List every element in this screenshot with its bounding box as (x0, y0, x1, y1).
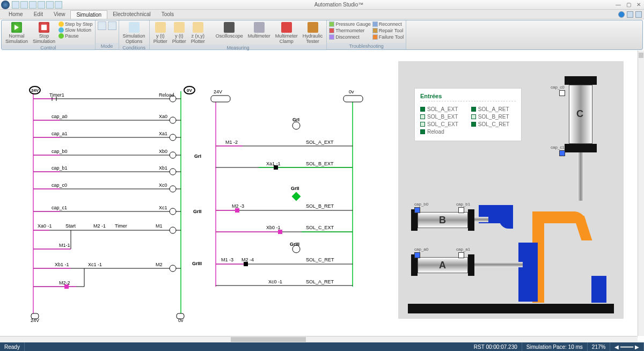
window-controls: — ▢ ✕ (616, 2, 644, 8)
lbl: GrI (292, 117, 299, 122)
sensor-icon (458, 207, 464, 213)
lbl: Xb0 (159, 149, 167, 154)
reconnect-button[interactable]: Reconnect (372, 21, 404, 27)
repair-tool-button[interactable]: Repair Tool (372, 28, 404, 33)
lbl: 0v (349, 89, 354, 94)
lbl: M1 -3 (221, 257, 233, 262)
failure-tool-button[interactable]: Failure Tool (372, 34, 404, 40)
lbl: Xa1 -1 (266, 161, 281, 166)
svg-rect-61 (211, 96, 230, 102)
mode-btn[interactable] (98, 21, 106, 30)
vertical-scrollbar[interactable] (638, 50, 644, 336)
slow-motion-button[interactable]: Slow Motion (58, 27, 93, 33)
qat-button[interactable] (12, 1, 19, 9)
lbl: 0v (178, 318, 184, 323)
lbl: cap_b0 (52, 149, 68, 154)
svg-point-35 (170, 227, 176, 233)
lbl: Xc1 (159, 205, 167, 210)
tab-edit[interactable]: Edit (28, 10, 48, 18)
group-label: Troubleshooting (327, 43, 406, 49)
tab-electrotechnical[interactable]: Electrotechnical (107, 10, 156, 18)
lbl: Xc0 -1 (268, 279, 282, 284)
lbl: Timer1 (49, 92, 64, 98)
close-button[interactable]: ✕ (636, 2, 641, 8)
oscilloscope-button[interactable]: Oscilloscope (214, 21, 245, 39)
app-logo-icon (1, 1, 10, 9)
rib-btn[interactable] (627, 11, 633, 18)
xy-plotter-button[interactable]: z (x,y) Plotter (189, 21, 207, 45)
ribbon-tab-strip: Home Edit View Simulation Electrotechnic… (0, 10, 644, 19)
lbl: cap_a1 (52, 131, 68, 136)
lbl: SOL_B_EXT (306, 161, 334, 166)
status-zoom[interactable]: 217% (588, 342, 611, 351)
stop-simulation-button[interactable]: Stop Simulation (31, 21, 57, 45)
lbl: M2 (156, 262, 163, 267)
step-by-step-button[interactable]: Step by Step (58, 21, 93, 27)
lbl: 24V (31, 318, 39, 323)
help-icon[interactable] (618, 11, 625, 18)
svg-point-30 (170, 134, 176, 141)
mode-btn[interactable] (108, 21, 116, 30)
sensor-label: cap_c0 (551, 85, 565, 90)
entry-row: Reload (420, 129, 458, 135)
lbl: Xb1 (159, 165, 167, 171)
svg-rect-58 (235, 208, 239, 213)
multimeter-clamp-button[interactable]: Multimeter Clamp (274, 21, 299, 45)
title-bar: Automation Studio™ — ▢ ✕ (0, 0, 644, 10)
svg-rect-62 (343, 96, 363, 102)
lbl: GrIII (290, 242, 299, 247)
rib-btn[interactable] (635, 11, 642, 18)
yt-plotter-button[interactable]: y (t) Plotter (152, 21, 169, 45)
entry-row: SOL_C_RET (471, 121, 509, 127)
schematic-canvas[interactable]: 24V 0V Timer1 Reload cap_a0 Xa0 cap_a1 X… (1, 50, 643, 336)
lbl: 24V (214, 89, 222, 94)
multimeter-button[interactable]: Multimeter (246, 21, 272, 39)
tab-simulation[interactable]: Simulation (70, 10, 107, 19)
ribbon-group-measuring: y (t) Plotter y (t) Plotter z (x,y) Plot… (150, 20, 327, 49)
fixture-blue (591, 276, 606, 303)
sensor-icon (559, 150, 565, 156)
sensor-label: cap_c1 (551, 145, 565, 150)
qat-button[interactable] (55, 1, 62, 9)
hydraulic-tester-button[interactable]: Hydraulic Tester (301, 21, 325, 45)
qat-button[interactable] (20, 1, 28, 9)
status-zoom-controls[interactable]: ◀ ━━━━ ▶ (610, 342, 644, 351)
quick-access-toolbar (12, 1, 62, 9)
base-plate (408, 304, 614, 313)
lbl: M2 -3 (232, 203, 244, 209)
simulation-options-button[interactable]: Simulation Options (121, 21, 147, 45)
pressure-gauge-button[interactable]: Pressure Gauge (329, 21, 371, 27)
svg-point-33 (170, 186, 176, 192)
entries-panel: Entrées SOL_A_EXT SOL_B_EXT SOL_C_EXT Re… (414, 88, 522, 141)
qat-button[interactable] (46, 1, 54, 9)
maximize-button[interactable]: ▢ (626, 2, 631, 8)
lbl: M1 -2 (225, 140, 238, 145)
minimize-button[interactable]: — (616, 2, 621, 8)
tab-view[interactable]: View (48, 10, 71, 18)
svg-point-34 (170, 208, 176, 215)
app-title: Automation Studio™ (62, 2, 616, 8)
tab-tools[interactable]: Tools (156, 10, 179, 18)
thermometer-button[interactable]: Thermometer (329, 28, 371, 33)
entries-title: Entrées (420, 93, 516, 101)
zt-plotter-button[interactable]: y (t) Plotter (171, 21, 188, 45)
fixture-blue (499, 205, 513, 229)
ribbon-group-mode: Mode (96, 20, 119, 49)
disconnect-button[interactable]: Disconnect (329, 34, 371, 40)
tab-home[interactable]: Home (3, 10, 28, 18)
sensor-label: cap_b1 (456, 202, 470, 207)
qat-button[interactable] (29, 1, 36, 9)
svg-point-54 (292, 122, 300, 129)
horizontal-scrollbar[interactable] (0, 336, 638, 342)
ribbon-group-conditions: Simulation Options Conditions (119, 20, 150, 49)
lbl: Reload (159, 92, 174, 98)
lbl: M1-1 (59, 243, 70, 248)
qat-button[interactable] (38, 1, 45, 9)
lbl: SOL_B_RET (306, 203, 334, 209)
status-rst: RST 00:00:07.230 (470, 342, 522, 351)
normal-simulation-button[interactable]: Normal Simulation (4, 21, 30, 45)
fixture-blue (518, 243, 538, 302)
lbl: Xc1 -1 (88, 262, 102, 267)
entries-right-col: SOL_A_RET SOL_B_RET SOL_C_RET (471, 105, 509, 136)
pause-button[interactable]: Pause (58, 33, 93, 39)
